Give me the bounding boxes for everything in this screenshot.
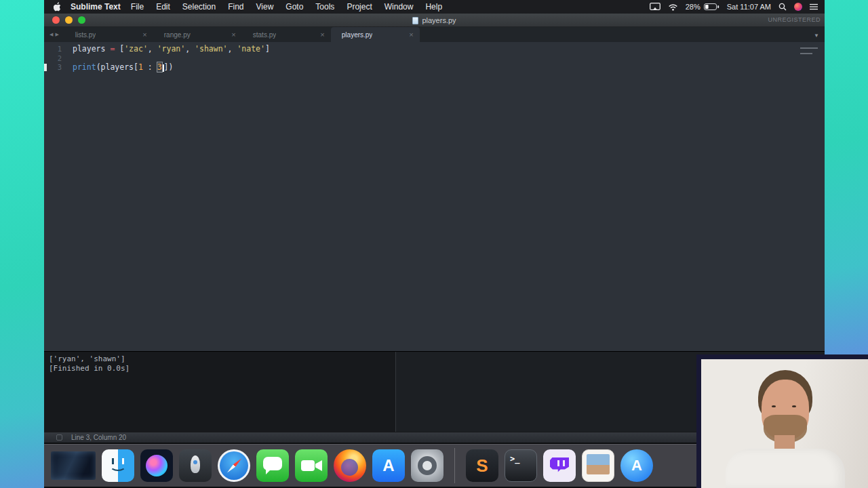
menu-item-file[interactable]: File — [125, 2, 150, 12]
launchpad-icon[interactable] — [179, 449, 212, 482]
app-download-icon[interactable]: A — [620, 449, 653, 482]
siri-icon[interactable] — [794, 3, 802, 11]
minimap[interactable] — [797, 46, 822, 56]
code-token: players — [73, 44, 110, 54]
code-token: (players[ — [96, 62, 138, 72]
code-token: 'nate' — [237, 44, 265, 54]
line-number: 2 — [44, 54, 62, 64]
tab-forward-icon[interactable]: ▶ — [55, 32, 60, 37]
battery-percentage: 28% — [686, 3, 701, 11]
person-shirt — [726, 449, 845, 488]
code-line: 1players = ['zac', 'ryan', 'shawn', 'nat… — [44, 45, 825, 54]
person-eye — [792, 405, 796, 407]
zoom-window-button[interactable] — [78, 16, 85, 24]
icon-part — [550, 458, 569, 472]
terminal-icon[interactable]: >_ — [505, 449, 537, 482]
close-icon[interactable]: × — [409, 31, 413, 38]
tab-bar: ◀▶ lists.py×range.py×stats.py×players.py… — [44, 27, 825, 42]
code-token: print — [73, 62, 96, 72]
window-title-bar: players.py UNREGISTERED — [44, 14, 825, 27]
messages-icon[interactable] — [256, 449, 289, 482]
screen-mirroring-icon[interactable] — [650, 3, 660, 11]
icon-part — [587, 454, 610, 474]
tab-overflow-icon[interactable]: ▼ — [814, 33, 819, 39]
photo-file-icon[interactable] — [582, 449, 614, 482]
code-token: , — [148, 44, 157, 54]
code-text: print(players[1 : 3]) — [62, 63, 173, 73]
webcam-overlay — [696, 354, 868, 488]
person-eye — [772, 405, 776, 407]
minimize-window-button[interactable] — [65, 16, 73, 24]
app-store-icon[interactable]: A — [372, 449, 405, 482]
icon-part — [266, 468, 272, 474]
tab-label: stats.py — [253, 31, 276, 39]
sublime-text-icon[interactable]: S — [466, 449, 498, 482]
code-token: ]) — [164, 62, 174, 72]
icon-part — [341, 459, 358, 476]
menu-bar: Sublime Text FileEditSelectionFindViewGo… — [44, 0, 825, 14]
app-menu-title[interactable]: Sublime Text — [71, 2, 121, 12]
system-preferences-icon[interactable] — [411, 449, 443, 482]
close-icon[interactable]: × — [320, 31, 324, 38]
icon-part — [146, 455, 167, 476]
spotlight-search-icon[interactable] — [778, 3, 787, 11]
menu-item-help[interactable]: Help — [419, 2, 448, 12]
icon-part — [557, 460, 559, 466]
battery-icon[interactable] — [704, 3, 719, 10]
code-token: , — [185, 44, 195, 54]
code-token: [ — [115, 44, 124, 54]
icon-glyph: S — [466, 449, 498, 482]
code-token: 1 — [138, 62, 143, 72]
twitch-icon[interactable] — [543, 449, 576, 482]
tab-label: players.py — [342, 31, 373, 39]
close-icon[interactable]: × — [142, 31, 146, 38]
menu-bar-clock[interactable]: Sat 11:07 AM — [727, 3, 771, 11]
icon-part — [301, 460, 315, 471]
safari-icon[interactable] — [218, 449, 250, 482]
menu-item-goto[interactable]: Goto — [279, 2, 309, 12]
icon-glyph: >_ — [505, 450, 536, 481]
notification-center-icon[interactable] — [810, 3, 818, 10]
code-line: 2 — [44, 54, 825, 64]
tab-players.py[interactable]: players.py× — [331, 27, 420, 42]
tab-lists.py[interactable]: lists.py× — [64, 27, 153, 42]
menu-item-window[interactable]: Window — [378, 2, 420, 12]
wifi-icon[interactable] — [668, 3, 678, 11]
menu-item-project[interactable]: Project — [340, 2, 378, 12]
document-icon — [412, 17, 418, 24]
icon-part — [418, 456, 437, 475]
apple-menu[interactable] — [51, 2, 64, 12]
minimized-window-thumbnail[interactable] — [51, 451, 96, 480]
facetime-icon[interactable] — [295, 449, 328, 482]
status-icon — [56, 434, 62, 441]
unregistered-label: UNREGISTERED — [768, 16, 821, 23]
code-token: , — [228, 44, 237, 54]
icon-glyph: A — [372, 449, 405, 482]
firefox-icon[interactable] — [334, 449, 366, 482]
window-title: players.py — [44, 16, 825, 24]
code-token: 'ryan' — [157, 44, 186, 54]
tab-range.py[interactable]: range.py× — [153, 27, 242, 42]
finder-icon[interactable] — [102, 449, 134, 482]
code-text: players = ['zac', 'ryan', 'shawn', 'nate… — [62, 45, 270, 54]
icon-part — [110, 460, 126, 471]
cursor-position-label: Line 3, Column 20 — [71, 434, 126, 441]
menu-item-view[interactable]: View — [250, 2, 280, 12]
close-icon[interactable]: × — [231, 31, 235, 38]
siri-icon[interactable] — [140, 449, 173, 482]
close-window-button[interactable] — [52, 16, 60, 24]
tab-stats.py[interactable]: stats.py× — [242, 27, 331, 42]
code-token: 'shawn' — [195, 44, 227, 54]
menu-item-tools[interactable]: Tools — [309, 2, 340, 12]
icon-glyph: A — [620, 449, 653, 482]
menu-item-edit[interactable]: Edit — [150, 2, 176, 12]
code-line: 3print(players[1 : 3]) — [44, 63, 825, 73]
tab-label: lists.py — [75, 31, 96, 39]
code-token: 'zac' — [124, 44, 148, 54]
code-token: ] — [265, 44, 270, 54]
dock-separator — [454, 448, 455, 483]
menu-item-selection[interactable]: Selection — [176, 2, 222, 12]
apple-logo-icon — [54, 2, 62, 12]
code-editor[interactable]: 1players = ['zac', 'ryan', 'shawn', 'nat… — [44, 42, 825, 351]
menu-item-find[interactable]: Find — [222, 2, 250, 12]
